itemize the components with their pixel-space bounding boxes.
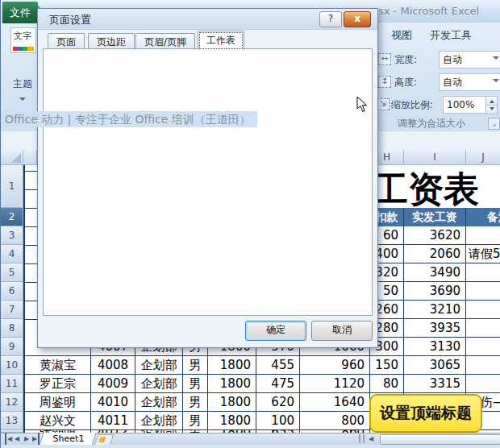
cell-id[interactable]: 4009 [91, 375, 135, 393]
tab-page[interactable]: 页面 [48, 33, 85, 50]
chevron-down-icon [493, 56, 499, 63]
cell-gender[interactable]: 男 [183, 375, 208, 393]
page-setup-dialog: 页面设置 ? x 页面 页边距 页眉/页脚 工作表 打印区域(A): A1:J2… [37, 8, 378, 348]
cell-j[interactable] [466, 375, 500, 393]
cell-name[interactable]: 赵兴文 [25, 412, 91, 430]
cell-base[interactable]: 1800 [208, 375, 256, 393]
row-header[interactable]: 9 [1, 338, 23, 356]
cell-c1[interactable]: 455 [256, 356, 300, 375]
cell-i[interactable]: 3690 [404, 282, 466, 301]
file-tab[interactable]: 文件 [2, 2, 38, 23]
close-icon[interactable]: x [344, 11, 371, 27]
column-header-i[interactable]: I [404, 150, 466, 165]
themes-button[interactable]: 主题 [13, 77, 32, 91]
cell-j[interactable] [466, 319, 500, 338]
cell-i[interactable]: 2060 [404, 245, 466, 263]
cell-gender[interactable]: 男 [183, 412, 208, 430]
cell-name[interactable]: 罗正宗 [25, 375, 91, 393]
cell-j[interactable]: 请假5天 [466, 245, 500, 263]
cell-h[interactable]: 150 [370, 356, 404, 375]
cell-i[interactable]: 3315 [404, 375, 466, 393]
mouse-cursor [356, 96, 369, 117]
tab-view[interactable]: 视图 [385, 26, 419, 45]
column-header-j[interactable]: J [466, 150, 500, 165]
cell-dept[interactable]: 企划部 [135, 356, 183, 375]
cell-j[interactable] [466, 338, 500, 356]
cell-base[interactable]: 1800 [208, 393, 256, 412]
cell-gender[interactable]: 男 [183, 356, 208, 375]
cell-dept[interactable]: 企划部 [135, 375, 183, 393]
watermark: Office 动力 | 专注于企业 Office 培训（王道田） [1, 111, 257, 127]
cell-dept[interactable]: 企划部 [135, 393, 183, 412]
cell-base[interactable]: 1800 [208, 356, 256, 375]
row-header[interactable]: 5 [1, 263, 23, 282]
dialog-launcher-icon[interactable]: ⌟ [488, 118, 500, 130]
next-sheet-icon[interactable]: ▶ [24, 433, 29, 445]
cell-c2[interactable]: 960 [300, 356, 370, 375]
ok-button[interactable]: 确定 [245, 321, 306, 341]
cell-id[interactable]: 4010 [91, 393, 135, 412]
cell-i[interactable]: 3065 [404, 356, 466, 375]
cell-dept[interactable]: 企划部 [135, 412, 183, 430]
sheet-tab-label[interactable]: Sheet1 [44, 433, 93, 445]
row-header[interactable]: 6 [1, 282, 23, 301]
tab-splitter-handle[interactable] [359, 434, 365, 443]
chevron-down-icon [493, 79, 499, 85]
cell-j[interactable] [466, 263, 500, 282]
chevron-down-icon [19, 92, 26, 107]
select-all-corner[interactable] [1, 150, 23, 165]
tab-sheet[interactable]: 工作表 [198, 31, 244, 50]
tab-header-footer[interactable]: 页眉/页脚 [135, 33, 195, 50]
column-header-a[interactable] [23, 150, 37, 165]
row-header[interactable]: 10 [1, 356, 23, 375]
cell-i[interactable]: 3210 [404, 301, 466, 319]
row-header[interactable]: 7 [1, 301, 23, 319]
cell-h[interactable]: 80 [370, 375, 404, 393]
first-sheet-icon[interactable]: ◀ [5, 433, 12, 445]
cell-j[interactable] [466, 282, 500, 301]
header-cell-remark[interactable]: 备注 [466, 208, 500, 226]
cell-base[interactable]: 1800 [208, 412, 256, 430]
cell-j[interactable] [466, 301, 500, 319]
scale-icon: ⇲ [377, 98, 390, 110]
last-sheet-icon[interactable]: ▶ [32, 433, 40, 445]
cell-name[interactable]: 黄淑宝 [25, 356, 91, 375]
cell-c1[interactable]: 475 [256, 375, 300, 393]
horizontal-scrollbar-thumb[interactable] [380, 434, 500, 445]
cell-c2[interactable]: 800 [300, 412, 370, 430]
height-label: 高度: [394, 76, 417, 89]
tab-margins[interactable]: 页边距 [88, 33, 135, 50]
cell-id[interactable]: 4011 [91, 412, 135, 430]
row-header[interactable]: 8 [1, 319, 23, 338]
cell-i[interactable]: 3935 [404, 319, 466, 338]
cell-j[interactable] [466, 356, 500, 375]
cell-c2[interactable]: 1640 [300, 393, 370, 412]
row-header[interactable]: 11 [1, 375, 23, 393]
row-header[interactable]: 12 [1, 393, 23, 412]
row-header[interactable]: 13 [1, 412, 23, 430]
cell-id[interactable]: 4008 [91, 356, 135, 375]
cell-c2[interactable]: 1120 [300, 375, 370, 393]
header-cell-netpay[interactable]: 实发工资 [404, 208, 466, 226]
cell-gender[interactable]: 男 [183, 393, 208, 412]
tab-developer[interactable]: 开发工具 [423, 26, 478, 45]
row-header[interactable]: 1 [1, 165, 23, 208]
spin-down-icon[interactable] [485, 105, 498, 114]
scroll-left-icon[interactable]: ◀ [369, 433, 373, 445]
cell-i[interactable]: 3620 [404, 226, 466, 245]
prev-sheet-icon[interactable]: ◀ [15, 433, 19, 445]
width-dropdown[interactable]: 自动 [439, 51, 500, 68]
row-header[interactable]: 4 [1, 245, 23, 263]
cell-i[interactable]: 3130 [404, 338, 466, 356]
row-header-selected[interactable]: 2 [1, 208, 23, 226]
height-dropdown[interactable]: 自动 [439, 73, 500, 91]
cancel-button[interactable]: 取消 [311, 321, 373, 341]
row-header[interactable]: 3 [1, 226, 23, 245]
cell-c1[interactable]: 100 [256, 412, 300, 430]
fit-group-title: 调整为合适大小 [378, 117, 485, 131]
cell-i[interactable]: 3490 [404, 263, 466, 282]
help-button[interactable]: ? [319, 11, 342, 27]
cell-j[interactable] [466, 226, 500, 245]
cell-name[interactable]: 周鉴明 [25, 393, 91, 412]
cell-c1[interactable]: 620 [256, 393, 300, 412]
